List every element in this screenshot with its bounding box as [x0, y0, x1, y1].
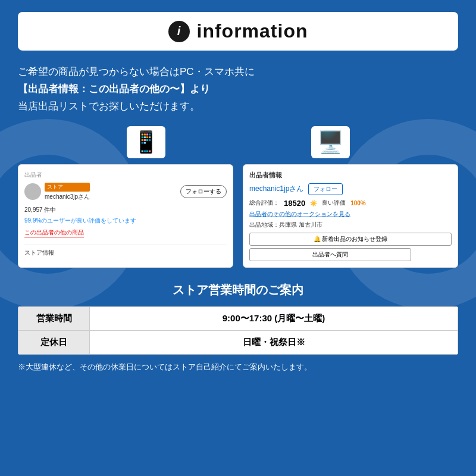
desc-line3: 当店出品リストでお探しいただけます。 [18, 98, 458, 115]
desc-line1: ご希望の商品が見つからない場合はPC・スマホ共に [18, 64, 458, 81]
hours-row-0: 営業時間 9:00〜17:30 (月曜〜土曜) [18, 306, 458, 330]
rating-label: 総合評価： [249, 199, 279, 207]
hours-label-0: 営業時間 [18, 306, 90, 330]
icons-row: 📱 🖥️ [18, 126, 458, 158]
sun-icon: ☀️ [310, 200, 317, 206]
auction-link[interactable]: 出品者のその他のオークションを見る [249, 210, 452, 218]
hours-value-1: 日曜・祝祭日※ [90, 330, 458, 354]
desktop-icon: 🖥️ [311, 126, 350, 158]
hours-value-0: 9:00〜17:30 (月曜〜土曜) [90, 306, 458, 330]
mobile-seller-name: mechanic3jpさん [45, 193, 90, 200]
mobile-avatar [24, 183, 41, 200]
store-badge: ストア [45, 183, 90, 192]
desktop-section-label: 出品者情報 [249, 171, 452, 180]
mobile-seller-left: ストア mechanic3jpさん [24, 183, 90, 201]
hours-row-1: 定休日 日曜・祝祭日※ [18, 330, 458, 354]
store-hours-section: ストア営業時間のご案内 営業時間 9:00〜17:30 (月曜〜土曜) 定休日 … [18, 282, 458, 372]
notify-button[interactable]: 🔔 新着出品のお知らせ登録 [249, 233, 452, 246]
hours-label-1: 定休日 [18, 330, 90, 354]
good-label: 良い評価 [322, 199, 346, 207]
mobile-screenshot: 出品者 ストア mechanic3jpさん フォローする 20,957 件中 9… [18, 164, 233, 268]
description: ご希望の商品が見つからない場合はPC・スマホ共に 【出品者情報：この出品者の他の… [18, 64, 458, 115]
desktop-seller-row: mechanic1jpさん フォロー [249, 183, 452, 195]
mobile-seller-info: ストア mechanic3jpさん [45, 183, 90, 201]
rating-num: 18520 [284, 199, 305, 208]
header-title: information [197, 20, 308, 42]
good-pct: 100% [350, 200, 366, 206]
screenshots-row: 出品者 ストア mechanic3jpさん フォローする 20,957 件中 9… [18, 164, 458, 268]
header-box: i information [18, 12, 458, 51]
mobile-other-items-link[interactable]: この出品者の他の商品 [24, 228, 84, 237]
footnote: ※大型連休など、その他の休業日についてはストア自己紹介にてご案内いたします。 [18, 362, 458, 372]
rating-row: 総合評価： 18520 ☀️ 良い評価 100% [249, 199, 452, 208]
desc-line2: 【出品者情報：この出品者の他の〜】より [18, 81, 458, 98]
hours-table: 営業時間 9:00〜17:30 (月曜〜土曜) 定休日 日曜・祝祭日※ [18, 306, 458, 355]
mobile-section-label: 出品者 [24, 171, 227, 179]
info-icon: i [168, 21, 190, 42]
mobile-store-info: ストア情報 [24, 249, 227, 257]
desktop-follow-button[interactable]: フォロー [308, 183, 343, 195]
mobile-follow-button[interactable]: フォローする [180, 185, 227, 198]
store-hours-title: ストア営業時間のご案内 [18, 282, 458, 298]
mobile-seller-row: ストア mechanic3jpさん フォローする [24, 183, 227, 201]
desktop-screenshot: 出品者情報 mechanic1jpさん フォロー 総合評価： 18520 ☀️ … [243, 164, 458, 268]
question-button[interactable]: 出品者へ質問 [249, 248, 411, 261]
mobile-good-rate: 99.9%のユーザーが良い評価をしています [24, 217, 227, 225]
location-text: 出品地域：兵庫県 加古川市 [249, 221, 452, 229]
mobile-stats: 20,957 件中 [24, 206, 227, 214]
smartphone-icon: 📱 [127, 126, 165, 158]
desktop-seller-name: mechanic1jpさん [249, 184, 303, 194]
